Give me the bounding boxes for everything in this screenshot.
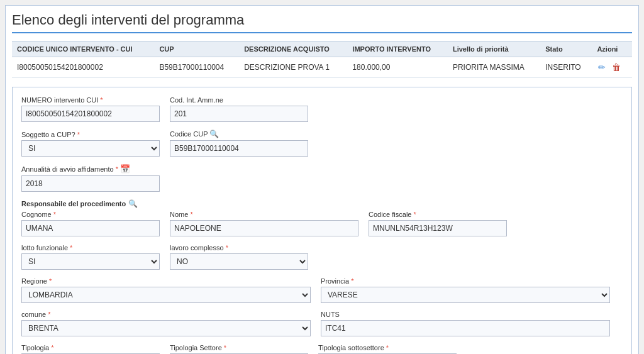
select-lavoro[interactable]: NO SI bbox=[170, 253, 308, 270]
cell-livello: PRIORITA MASSIMA bbox=[448, 57, 540, 78]
cell-stato: INSERITO bbox=[540, 57, 592, 78]
group-tipologia-sottosettore: Tipologia sottosettore * STRADALI bbox=[318, 344, 457, 354]
label-provincia: Provincia * bbox=[321, 277, 610, 285]
group-numero-cui: NUMERO intervento CUI * bbox=[21, 96, 160, 122]
label-tipologia-sottosettore: Tipologia sottosettore * bbox=[318, 344, 457, 351]
label-codice-cup: Codice CUP 🔍 bbox=[170, 130, 308, 138]
input-numero-cui[interactable] bbox=[21, 106, 160, 122]
label-cod-int: Cod. Int. Amm.ne bbox=[170, 96, 308, 104]
group-lavoro: lavoro complesso * NO SI bbox=[170, 244, 308, 270]
label-regione: Regione * bbox=[21, 277, 311, 285]
group-codice-fiscale: Codice fiscale * bbox=[369, 211, 507, 236]
form-row-2: Soggetto a CUP? * SI NO Codice CUP 🔍 bbox=[21, 130, 623, 157]
responsabile-label: Responsabile del procedimento 🔍 bbox=[21, 199, 623, 208]
label-tipologia: Tipologia * bbox=[21, 344, 160, 351]
select-provincia[interactable]: VARESE bbox=[321, 287, 610, 303]
interventions-table: CODICE UNICO INTERVENTO - CUI CUP DESCRI… bbox=[12, 41, 632, 78]
label-annualita: Annualità di avvio affidamento * 📅 bbox=[21, 164, 160, 174]
group-provincia: Provincia * VARESE bbox=[321, 277, 610, 303]
cell-cui: I80050050154201800002 bbox=[12, 57, 154, 78]
col-header-descrizione: DESCRIZIONE ACQUISTO bbox=[239, 41, 347, 57]
group-comune: comune * BRENTA bbox=[21, 311, 311, 336]
form-row-5: lotto funzionale * SI NO lavoro compless… bbox=[21, 244, 623, 270]
search-responsabile-icon[interactable]: 🔍 bbox=[128, 199, 138, 208]
label-lotto: lotto funzionale * bbox=[21, 244, 160, 252]
input-nuts[interactable] bbox=[321, 320, 610, 336]
label-nuts: NUTS bbox=[321, 311, 610, 318]
form-row-7: comune * BRENTA NUTS bbox=[21, 311, 623, 336]
label-cognome: Cognome * bbox=[21, 211, 160, 218]
group-cod-int: Cod. Int. Amm.ne bbox=[170, 96, 308, 122]
label-tipologia-settore: Tipologia Settore * bbox=[170, 344, 308, 351]
table-row: I80050050154201800002 B59B17000110004 DE… bbox=[12, 57, 632, 78]
form-section: NUMERO intervento CUI * Cod. Int. Amm.ne… bbox=[12, 87, 632, 354]
form-row-4: Cognome * Nome * Codice fiscale * bbox=[21, 211, 623, 236]
form-row-6: Regione * LOMBARDIA Provincia * VARESE bbox=[21, 277, 623, 303]
select-regione[interactable]: LOMBARDIA bbox=[21, 287, 311, 303]
input-cod-int[interactable] bbox=[170, 106, 308, 122]
label-numero-cui: NUMERO intervento CUI * bbox=[21, 96, 160, 104]
group-cognome: Cognome * bbox=[21, 211, 160, 236]
delete-button[interactable]: 🗑 bbox=[611, 61, 622, 74]
group-codice-cup: Codice CUP 🔍 bbox=[170, 130, 308, 157]
group-lotto: lotto funzionale * SI NO bbox=[21, 244, 160, 270]
group-nuts: NUTS bbox=[321, 311, 610, 336]
group-tipologia-settore: Tipologia Settore * INFRASTRUTTURE DI TR… bbox=[170, 344, 308, 354]
group-soggetto-cup: Soggetto a CUP? * SI NO bbox=[21, 131, 160, 157]
cell-cup: B59B17000110004 bbox=[154, 57, 239, 78]
input-codice-fiscale[interactable] bbox=[369, 220, 507, 236]
label-nome: Nome * bbox=[170, 211, 358, 218]
select-comune[interactable]: BRENTA bbox=[21, 320, 311, 336]
input-annualita[interactable] bbox=[21, 175, 160, 192]
input-nome[interactable] bbox=[170, 220, 358, 236]
group-tipologia: Tipologia * NUOVA REALIZZAZIONE bbox=[21, 344, 160, 354]
group-nome: Nome * bbox=[170, 211, 358, 236]
col-header-azioni: Azioni bbox=[592, 41, 632, 57]
label-codice-fiscale: Codice fiscale * bbox=[369, 211, 507, 218]
label-lavoro: lavoro complesso * bbox=[170, 244, 308, 252]
label-soggetto-cup: Soggetto a CUP? * bbox=[21, 131, 160, 138]
cell-importo: 180.000,00 bbox=[347, 57, 448, 78]
col-header-importo: IMPORTO INTERVENTO bbox=[347, 41, 448, 57]
page-title: Elenco degli interventi del programma bbox=[12, 12, 632, 33]
form-row-8: Tipologia * NUOVA REALIZZAZIONE Tipologi… bbox=[21, 344, 623, 354]
group-regione: Regione * LOMBARDIA bbox=[21, 277, 311, 303]
calendar-icon[interactable]: 📅 bbox=[120, 164, 130, 174]
group-annualita: Annualità di avvio affidamento * 📅 bbox=[21, 164, 160, 192]
edit-button[interactable]: ✏ bbox=[597, 61, 607, 74]
cell-descrizione: DESCRIZIONE PROVA 1 bbox=[239, 57, 347, 78]
input-cognome[interactable] bbox=[21, 220, 160, 236]
input-codice-cup[interactable] bbox=[170, 140, 308, 157]
form-row-3: Annualità di avvio affidamento * 📅 bbox=[21, 164, 623, 192]
search-cup-icon[interactable]: 🔍 bbox=[209, 130, 219, 138]
col-header-cup: CUP bbox=[154, 41, 239, 57]
col-header-stato: Stato bbox=[540, 41, 592, 57]
cell-azioni: ✏ 🗑 bbox=[592, 57, 632, 78]
col-header-cui: CODICE UNICO INTERVENTO - CUI bbox=[12, 41, 154, 57]
col-header-livello: Livello di priorità bbox=[448, 41, 540, 57]
select-lotto[interactable]: SI NO bbox=[21, 253, 160, 270]
form-row-1: NUMERO intervento CUI * Cod. Int. Amm.ne bbox=[21, 96, 623, 122]
select-soggetto-cup[interactable]: SI NO bbox=[21, 140, 160, 157]
label-comune: comune * bbox=[21, 311, 311, 318]
